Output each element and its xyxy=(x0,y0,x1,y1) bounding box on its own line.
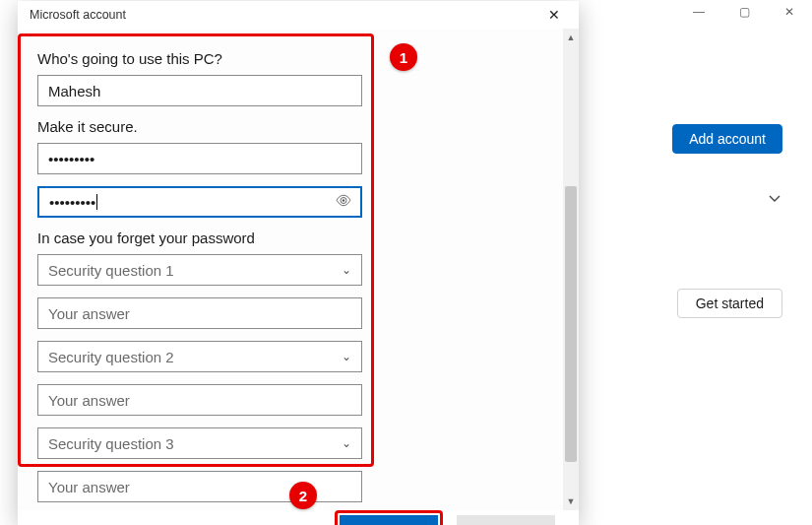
dialog-scroll-area: Who's going to use this PC? Mahesh Make … xyxy=(18,29,563,510)
who-uses-pc-label: Who's going to use this PC? xyxy=(37,50,543,67)
dialog-title: Microsoft account xyxy=(30,8,126,22)
next-button-highlight: Next xyxy=(335,510,443,525)
svg-point-0 xyxy=(343,199,344,201)
bg-expandable-card[interactable] xyxy=(581,173,794,223)
back-button[interactable]: Back xyxy=(457,515,555,525)
text-caret xyxy=(96,194,97,210)
get-started-button[interactable]: Get started xyxy=(677,289,782,318)
add-account-button[interactable]: Add account xyxy=(672,124,782,154)
background-window-titlebar: — ▢ ✕ xyxy=(561,0,812,26)
dialog-close-button[interactable]: ✕ xyxy=(533,1,575,29)
security-question-3-select[interactable]: Security question 3 ⌄ xyxy=(37,427,362,459)
annotation-callout-2: 2 xyxy=(289,482,317,509)
scroll-up-button[interactable]: ▲ xyxy=(563,29,579,46)
next-button[interactable]: Next xyxy=(340,515,438,525)
chevron-down-icon: ⌄ xyxy=(342,436,351,450)
ans3-placeholder: Your answer xyxy=(48,479,130,495)
scrollbar-thumb[interactable] xyxy=(565,186,577,462)
security-answer-2-input[interactable]: Your answer xyxy=(37,384,362,416)
make-secure-label: Make it secure. xyxy=(37,118,543,135)
ans2-placeholder: Your answer xyxy=(48,392,130,409)
microsoft-account-dialog: Microsoft account ✕ Who's going to use t… xyxy=(18,1,579,523)
chevron-down-icon: ⌄ xyxy=(342,350,351,363)
ans1-placeholder: Your answer xyxy=(48,305,130,322)
security-answer-1-input[interactable]: Your answer xyxy=(37,297,362,329)
dialog-titlebar: Microsoft account ✕ xyxy=(18,1,579,29)
dialog-scrollbar[interactable]: ▲ ▼ xyxy=(563,29,579,510)
password-input[interactable]: ••••••••• xyxy=(37,143,362,174)
confirm-password-value: ••••••••• xyxy=(49,194,95,211)
security-question-2-select[interactable]: Security question 2 ⌄ xyxy=(37,341,362,372)
scroll-down-button[interactable]: ▼ xyxy=(563,492,579,510)
annotation-callout-1: 1 xyxy=(390,43,417,71)
confirm-password-input[interactable]: ••••••••• xyxy=(37,186,362,218)
bg-get-started-card: Get started xyxy=(581,284,794,323)
bg-close-button[interactable]: ✕ xyxy=(767,0,812,24)
username-value: Mahesh xyxy=(48,83,100,99)
sq1-placeholder: Security question 1 xyxy=(48,262,174,279)
chevron-down-icon: ⌄ xyxy=(342,263,351,277)
sq3-placeholder: Security question 3 xyxy=(48,435,174,452)
password-value: ••••••••• xyxy=(48,151,94,167)
dialog-body: Who's going to use this PC? Mahesh Make … xyxy=(18,29,579,510)
bg-minimize-button[interactable]: — xyxy=(676,0,721,24)
reveal-password-icon[interactable] xyxy=(335,192,352,213)
sq2-placeholder: Security question 2 xyxy=(48,349,174,365)
chevron-down-icon xyxy=(767,190,782,206)
dialog-footer: Next Back xyxy=(18,510,579,525)
bg-add-account-card: Add account xyxy=(581,110,794,167)
username-input[interactable]: Mahesh xyxy=(37,75,362,106)
forget-password-label: In case you forget your password xyxy=(37,230,543,246)
bg-maximize-button[interactable]: ▢ xyxy=(721,0,767,24)
security-question-1-select[interactable]: Security question 1 ⌄ xyxy=(37,254,362,286)
